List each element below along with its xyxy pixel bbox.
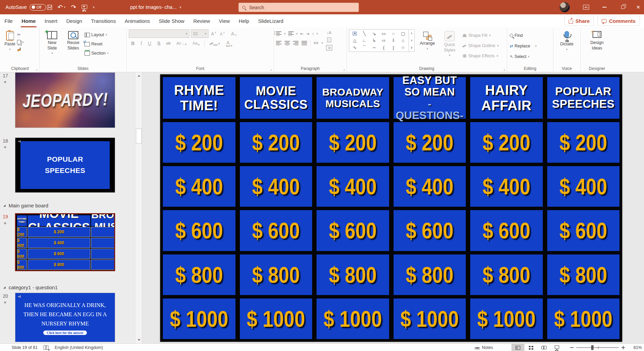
decrease-indent-icon[interactable]: ⇤ [300, 32, 304, 36]
tab-file[interactable]: File [4, 14, 13, 27]
board-money-cell[interactable]: $ 800 [163, 254, 235, 295]
bullets-icon[interactable] [276, 31, 281, 36]
board-money-cell[interactable]: $ 1000 [547, 298, 620, 339]
minimize-button[interactable] [597, 0, 612, 14]
format-painter-icon[interactable] [17, 47, 21, 51]
tab-slidelizard[interactable]: SlideLizard [258, 14, 283, 27]
select-button[interactable]: ↖ Select ∨ [509, 53, 551, 61]
shape-icon[interactable]: ○ [392, 31, 395, 36]
tab-review[interactable]: Review [193, 14, 210, 27]
shape-icon[interactable]: ⇨ [382, 38, 386, 43]
board-money-cell[interactable]: $ 800 [317, 254, 389, 295]
slide-19-thumbnail-selected[interactable]: RHYME TIME!MOVIE CLASSICSBROADWAY MUSICA… [15, 213, 115, 271]
text-shadow-button[interactable]: S [156, 41, 161, 46]
shape-icon[interactable]: ∟ [362, 38, 367, 43]
quick-styles-button[interactable]: Quick Styles ∨ [440, 29, 459, 60]
board-money-cell[interactable]: $ 600 [240, 210, 312, 251]
board-money-cell[interactable]: $ 200 [470, 122, 543, 163]
board-money-cell[interactable]: $ 1000 [163, 298, 235, 339]
reset-button[interactable]: Reset [84, 40, 109, 48]
columns-icon[interactable]: ≡≡ [313, 41, 318, 45]
restore-button[interactable] [615, 0, 630, 14]
font-name-combobox[interactable]: ∨ [129, 29, 189, 38]
board-money-cell[interactable]: $ 600 [547, 210, 620, 251]
clipboard-dialog-launcher[interactable]: ⌟ [36, 67, 37, 71]
board-money-cell[interactable]: $ 400 [394, 166, 466, 207]
italic-button[interactable]: I [139, 41, 143, 46]
drawing-dialog-launcher[interactable]: ⌟ [503, 67, 505, 71]
board-money-cell[interactable]: $ 1000 [240, 298, 312, 339]
board-money-cell[interactable]: $ 1000 [394, 298, 466, 339]
increase-font-size-button[interactable]: A∧ [210, 31, 217, 36]
shape-fill-button[interactable]: Shape Fill ∨ [462, 31, 499, 40]
customize-qat-icon[interactable]: ∨ [93, 6, 95, 9]
shape-icon[interactable]: ⌂ [402, 38, 404, 43]
board-money-cell[interactable]: $ 600 [470, 210, 543, 251]
slide-18-thumbnail[interactable]: POPULAR SPEECHES [15, 137, 115, 193]
align-left-icon[interactable] [276, 41, 281, 45]
zoom-slider-thumb[interactable] [591, 345, 594, 350]
shapes-scroll-up-icon[interactable]: ∧ [411, 32, 413, 35]
board-money-cell[interactable]: $ 400 [240, 166, 312, 207]
font-color-button[interactable]: A∨ [225, 40, 234, 47]
share-button[interactable]: Share [564, 16, 594, 26]
character-spacing-button[interactable]: AV↔∨ [175, 41, 188, 45]
font-dialog-launcher[interactable]: ⌟ [270, 67, 272, 71]
underline-button[interactable]: U [147, 41, 152, 46]
search-input[interactable] [248, 4, 344, 11]
comments-button[interactable]: Comments [597, 16, 640, 26]
board-money-cell[interactable]: $ 200 [547, 122, 620, 163]
tab-design[interactable]: Design [66, 14, 82, 27]
board-money-cell[interactable]: $ 600 [394, 210, 466, 251]
tab-help[interactable]: Help [239, 14, 249, 27]
board-money-cell[interactable]: $ 400 [547, 166, 620, 207]
shapes-more-icon[interactable]: ⊽ [411, 46, 413, 49]
board-money-cell[interactable]: $ 400 [163, 166, 235, 207]
paste-button[interactable]: Paste ∨ [3, 29, 17, 51]
reuse-slides-button[interactable]: Reuse Slides [63, 29, 83, 57]
section-button[interactable]: Section ∨ [84, 49, 109, 57]
board-category-header[interactable]: HAIRY AFFAIR [470, 77, 543, 119]
save-icon[interactable] [47, 5, 52, 10]
board-category-header[interactable]: EASY BUT SO MEAN-QUESTIONS- [394, 77, 466, 119]
shape-icon[interactable]: A [353, 32, 357, 35]
dictate-button[interactable]: Dictate ∨ [555, 29, 578, 51]
normal-view-button[interactable] [511, 344, 524, 351]
shape-icon[interactable]: ∿ [353, 45, 357, 50]
shape-icon[interactable]: ∼ [372, 45, 376, 50]
shapes-scroll-down-icon[interactable]: ∨ [411, 39, 413, 42]
shape-icon[interactable]: ⌒ [362, 45, 367, 50]
find-button[interactable]: Find [509, 31, 551, 40]
align-text-icon[interactable]: ↕ [327, 38, 331, 42]
increase-indent-icon[interactable]: ⇥ [306, 32, 309, 36]
align-right-icon[interactable] [293, 41, 298, 45]
shape-icon[interactable]: ⇩ [392, 38, 395, 43]
cut-icon[interactable]: ✂ [17, 32, 24, 37]
arrange-button[interactable]: Arrange ∨ [418, 29, 436, 60]
tab-insert[interactable]: Insert [45, 14, 58, 27]
board-category-header[interactable]: POPULAR SPEECHES [547, 77, 620, 119]
board-money-cell[interactable]: $ 200 [163, 122, 235, 163]
board-money-cell[interactable]: $ 800 [547, 254, 620, 295]
tab-animations[interactable]: Animations [125, 14, 150, 27]
language-indicator[interactable]: English (United Kingdom) [55, 345, 103, 350]
shape-icon[interactable]: △ [353, 38, 356, 43]
user-avatar[interactable] [559, 2, 570, 12]
align-center-icon[interactable] [285, 41, 290, 45]
section-header-main-game-board[interactable]: ◢ Main game board [3, 203, 48, 208]
justify-icon[interactable] [302, 41, 307, 45]
layout-button[interactable]: Layout ∨ [84, 31, 109, 39]
decrease-font-size-button[interactable]: A∨ [219, 31, 226, 36]
board-category-header[interactable]: RHYME TIME! [163, 77, 235, 119]
start-slideshow-icon[interactable] [82, 5, 87, 9]
shape-icon[interactable]: ▭ [382, 31, 386, 36]
redo-icon[interactable]: ↷ [71, 4, 76, 10]
new-slide-button[interactable]: New Slide ∨ [42, 29, 63, 57]
shape-icon[interactable]: ▢ [401, 31, 405, 36]
slide-editing-area[interactable]: RHYME TIME!MOVIE CLASSICSBROADWAY MUSICA… [142, 72, 644, 343]
reading-view-button[interactable] [537, 344, 550, 351]
zoom-out-button[interactable] [570, 347, 573, 348]
search-box[interactable] [239, 3, 359, 12]
document-title[interactable]: ppt for images- cha... ∨ [130, 0, 182, 14]
board-money-cell[interactable]: $ 400 [470, 166, 543, 207]
